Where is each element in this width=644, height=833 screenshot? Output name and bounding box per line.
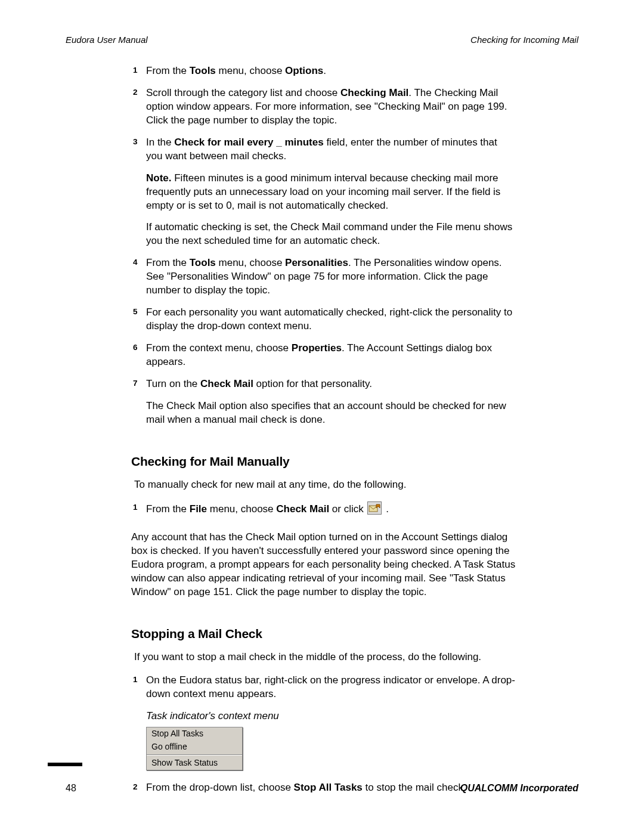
step-item: 2Scroll through the category list and ch… [134,86,516,128]
page-header: Eudora User Manual Checking for Incoming… [66,35,578,45]
header-left: Eudora User Manual [66,35,148,45]
note-paragraph: Note. Fifteen minutes is a good minimum … [146,172,516,213]
menu-separator [147,754,242,755]
step-number: 1 [133,502,138,513]
paragraph: The Check Mail option also specifies tha… [146,400,516,427]
step-number: 6 [133,342,138,353]
check-mail-icon[interactable] [367,501,382,515]
heading-manual: Checking for Mail Manually [131,453,516,470]
step-body: Turn on the Check Mail option for that p… [146,378,372,389]
page-content: 1From the Tools menu, choose Options.2Sc… [134,64,516,803]
step-number: 2 [133,87,138,98]
paragraph: If automatic checking is set, the Check … [146,221,516,248]
step-number: 1 [133,674,138,685]
menu-item-go-offline[interactable]: Go offline [147,741,242,754]
heading-stop: Stopping a Mail Check [131,625,516,642]
step-body: On the Eudora status bar, right-click on… [146,674,515,699]
step-number: 2 [133,782,138,792]
manual-para: Any account that has the Check Mail opti… [131,531,516,599]
steps-list-a: 1From the Tools menu, choose Options.2Sc… [134,64,516,427]
step-body: From the drop-down list, choose Stop All… [146,782,466,793]
step-number: 5 [133,306,138,317]
page-number: 48 [66,783,76,794]
step-body: From the Tools menu, choose Options. [146,65,326,76]
context-menu-caption: Task indicator's context menu [146,710,516,723]
step-item: 1From the Tools menu, choose Options. [134,64,516,78]
task-context-menu: Stop All Tasks Go offline Show Task Stat… [146,727,243,771]
stop-step-1: 1 On the Eudora status bar, right-click … [134,674,516,770]
intro-stop: If you want to stop a mail check in the … [134,651,516,664]
step-number: 7 [133,378,138,389]
step-item: 5For each personality you want automatic… [134,306,516,333]
intro-manual: To manually check for new mail at any ti… [134,478,516,492]
step-item: 6From the context menu, choose Propertie… [134,342,516,369]
step-number: 1 [133,65,138,76]
step-body: From the context menu, choose Properties… [146,342,492,367]
menu-item-stop-all-tasks[interactable]: Stop All Tasks [147,727,242,741]
step-number: 3 [133,137,138,147]
page-edge-mark [48,763,82,766]
footer-company: QUALCOMM Incorporated [460,783,578,794]
step-item: 4From the Tools menu, choose Personaliti… [134,256,516,298]
step-body: In the Check for mail every _ minutes fi… [146,137,497,162]
step-number: 4 [133,257,138,268]
header-right: Checking for Incoming Mail [470,35,578,45]
stop-step-2: 2 From the drop-down list, choose Stop A… [134,781,516,795]
step-body: From the File menu, choose Check Mail or… [146,503,389,515]
step-item: 7 Turn on the Check Mail option for that… [134,377,516,427]
manual-step-1: 1 From the File menu, choose Check Mail … [134,501,516,516]
step-item: 3In the Check for mail every _ minutes f… [134,136,516,249]
step-body: Scroll through the category list and cho… [146,87,507,126]
step-body: From the Tools menu, choose Personalitie… [146,257,502,296]
step-body: For each personality you want automatica… [146,306,512,332]
menu-item-show-task-status[interactable]: Show Task Status [147,757,242,770]
